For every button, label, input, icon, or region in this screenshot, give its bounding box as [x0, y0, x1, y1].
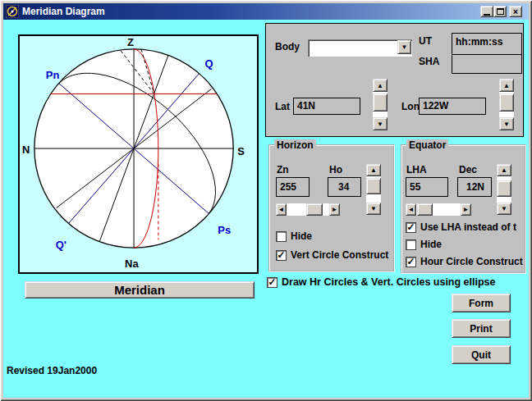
hour-circle-construct-checkbox[interactable]: ✓ [406, 257, 416, 267]
scroll-down-icon: ▼ [501, 205, 507, 212]
maximize-icon [497, 8, 504, 15]
horizon-hscrollbar[interactable]: ◄ ► [276, 203, 340, 216]
sha-field[interactable] [452, 54, 522, 74]
dec-field[interactable]: 12N [457, 177, 492, 197]
lha-label: LHA [406, 164, 427, 175]
equator-scroll-down-button[interactable]: ▼ [497, 203, 511, 215]
equator-hide-checkbox[interactable] [406, 239, 416, 250]
label-zenith: Z [127, 36, 134, 48]
maximize-button[interactable] [493, 6, 507, 17]
horizon-vscroll-thumb[interactable] [366, 178, 381, 194]
horizon-hscroll-thumb[interactable] [306, 203, 323, 216]
scroll-down-icon: ▼ [370, 205, 377, 212]
horizon-scroll-right-button[interactable]: ► [329, 203, 340, 216]
equator-vscroll-thumb[interactable] [497, 180, 511, 197]
scroll-up-icon: ▲ [501, 166, 507, 174]
horizon-group-title: Horizon [274, 139, 316, 151]
window-title: Meridian Diagram [22, 6, 105, 17]
body-panel: Body ▼ UT hh:mm:ss SHA Lat 41N ▲ ▼ Lon 1… [265, 23, 524, 137]
scroll-down-icon: ▼ [503, 121, 510, 128]
scroll-right-icon: ► [463, 206, 470, 213]
client-area: Z Na N S Pn Q Ps Q' Meridian Body ▼ UT h… [3, 20, 529, 398]
equator-group: Equator LHA Dec 55 12N ▲ ▼ ◄ ► ✓ Use LHA… [401, 144, 526, 274]
horizon-scroll-up-button[interactable]: ▲ [366, 164, 381, 176]
lon-scrollbar[interactable]: ▲ ▼ [499, 79, 514, 130]
hour-circle-construct-label: Hour Circle Construct [420, 257, 523, 267]
scroll-up-icon: ▲ [503, 82, 510, 89]
equator-hscrollbar[interactable]: ◄ ► [406, 203, 471, 216]
vert-circle-construct-checkbox[interactable]: ✓ [276, 250, 287, 261]
equator-hide-label: Hide [420, 239, 442, 250]
equator-group-title: Equator [406, 139, 448, 151]
lha-field[interactable]: 55 [406, 177, 448, 197]
body-combobox[interactable]: ▼ [308, 39, 412, 57]
titlebar: Meridian Diagram × [3, 3, 529, 20]
equator-hscroll-thumb[interactable] [417, 203, 433, 216]
label-equator-lower: Q' [56, 239, 66, 251]
scroll-right-icon: ► [332, 206, 338, 213]
meridian-diagram: Z Na N S Pn Q Ps Q' [20, 36, 257, 272]
horizon-scroll-left-button[interactable]: ◄ [276, 203, 287, 216]
scroll-down-icon: ▼ [377, 121, 383, 128]
label-equator-upper: Q [204, 57, 213, 70]
lat-scroll-down-button[interactable]: ▼ [373, 117, 388, 130]
close-button[interactable]: × [509, 6, 522, 17]
scroll-up-icon: ▲ [377, 82, 383, 89]
ho-label: Ho [329, 164, 342, 175]
body-dropdown-button[interactable]: ▼ [397, 40, 411, 54]
label-south: S [237, 145, 245, 157]
horizon-scroll-down-button[interactable]: ▼ [366, 203, 381, 215]
use-lha-checkbox[interactable]: ✓ [406, 222, 416, 233]
label-pole-south: Ps [218, 224, 231, 236]
quit-button[interactable]: Quit [452, 345, 511, 364]
ho-field[interactable]: 34 [328, 177, 361, 197]
minimize-button[interactable] [480, 6, 493, 17]
ut-label: UT [419, 35, 432, 47]
body-label: Body [275, 41, 300, 52]
lat-scrollbar[interactable]: ▲ ▼ [373, 79, 388, 130]
horizon-hide-checkbox[interactable] [276, 231, 287, 242]
lat-scroll-thumb[interactable] [373, 93, 388, 112]
form-button[interactable]: Form [452, 294, 511, 312]
sha-label: SHA [419, 56, 439, 67]
vert-circle-construct-label: Vert Circle Construct [291, 250, 388, 261]
horizon-hide-label: Hide [291, 231, 312, 242]
ut-field[interactable]: hh:mm:ss [452, 33, 522, 55]
lon-scroll-thumb[interactable] [499, 93, 514, 112]
equator-vscrollbar[interactable]: ▲ ▼ [497, 164, 511, 215]
use-lha-label: Use LHA instead of t [420, 222, 516, 233]
horizon-group: Horizon Zn Ho 255 34 ▲ ▼ ◄ ► Hide ✓ Vert [268, 144, 395, 272]
meridian-button[interactable]: Meridian [25, 281, 255, 298]
lon-label: Lon [401, 101, 420, 112]
lat-field[interactable]: 41N [293, 98, 360, 115]
lon-scroll-up-button[interactable]: ▲ [499, 79, 514, 92]
scroll-up-icon: ▲ [370, 166, 377, 174]
draw-ellipse-checkbox[interactable]: ✓ [267, 277, 277, 288]
zn-label: Zn [277, 164, 289, 175]
minimize-icon [484, 14, 490, 16]
lon-field[interactable]: 122W [419, 98, 486, 115]
lon-scroll-down-button[interactable]: ▼ [499, 117, 514, 130]
meridian-diagram-box: Z Na N S Pn Q Ps Q' [18, 34, 259, 274]
draw-ellipse-label: Draw Hr Circles & Vert. Circles using el… [282, 277, 496, 288]
label-nadir: Na [125, 257, 139, 270]
lat-scroll-up-button[interactable]: ▲ [373, 79, 388, 92]
lat-label: Lat [275, 101, 290, 112]
equator-scroll-up-button[interactable]: ▲ [497, 164, 511, 176]
equator-scroll-left-button[interactable]: ◄ [406, 203, 416, 216]
dec-label: Dec [459, 164, 477, 175]
label-north: N [22, 144, 30, 156]
scroll-left-icon: ◄ [408, 206, 415, 213]
revised-label: Revised 19Jan2000 [7, 365, 97, 376]
scroll-left-icon: ◄ [278, 206, 285, 213]
app-window: Meridian Diagram × [0, 0, 532, 401]
close-icon: × [513, 7, 518, 16]
zn-field[interactable]: 255 [276, 177, 310, 197]
horizon-vscrollbar[interactable]: ▲ ▼ [366, 164, 381, 215]
dropdown-arrow-icon: ▼ [401, 43, 408, 51]
app-icon[interactable] [6, 5, 19, 18]
label-pole-north: Pn [46, 69, 60, 81]
equator-scroll-right-button[interactable]: ► [461, 203, 471, 216]
print-button[interactable]: Print [452, 319, 511, 338]
